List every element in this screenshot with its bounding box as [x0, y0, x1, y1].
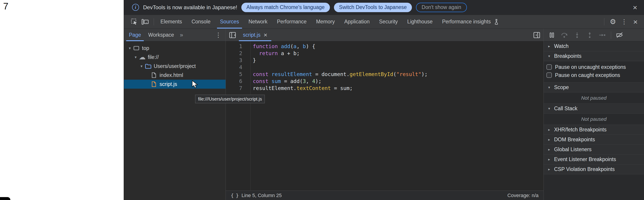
code-token: ,: [296, 43, 303, 49]
code-token: "result": [396, 71, 421, 77]
dont-show-again-button[interactable]: Don't show again: [416, 3, 467, 12]
expand-arrow-icon[interactable]: ▾: [127, 46, 132, 51]
tab-close-icon[interactable]: ×: [264, 32, 267, 38]
navigator-tabs: PageWorkspace: [124, 29, 178, 41]
section-header-dom-breakpoints[interactable]: ▸DOM Breakpoints: [544, 135, 644, 145]
checkbox-row: Pause on caught exceptions: [546, 71, 644, 79]
section-message: Not paused: [544, 92, 644, 104]
code-token: sum: [272, 78, 281, 84]
checkbox-unchecked[interactable]: [546, 72, 552, 78]
tab-application[interactable]: Application: [340, 15, 374, 28]
tab-label: Lighthouse: [407, 19, 433, 25]
tree-item-script.js[interactable]: script.js: [124, 80, 226, 89]
tree-item-label: script.js: [160, 81, 177, 87]
device-toolbar-icon[interactable]: [140, 17, 150, 26]
expand-arrow-icon[interactable]: ▾: [139, 64, 144, 69]
section-header-global-listeners[interactable]: ▸Global Listeners: [544, 145, 644, 155]
code-line: return a + b;: [253, 50, 544, 57]
section-header-watch[interactable]: ▸Watch: [544, 41, 644, 51]
line-number: 5: [226, 71, 242, 78]
coverage-label: Coverage: n/a: [508, 193, 538, 199]
code-token: ,: [306, 78, 312, 84]
code-token: [278, 43, 281, 49]
section-label: CSP Violation Breakpoints: [554, 166, 615, 172]
code-lines: function add(a, b) { return a + b;} cons…: [250, 41, 544, 191]
step-out-icon[interactable]: [584, 30, 596, 40]
section-arrow-icon: ▾: [547, 85, 552, 90]
pause-script-icon[interactable]: [546, 30, 558, 40]
step-into-icon[interactable]: [571, 30, 583, 40]
tab-label: Console: [192, 19, 210, 25]
code-token: = sum;: [331, 85, 353, 91]
navigator-tab-workspace[interactable]: Workspace: [145, 29, 178, 41]
section-header-scope[interactable]: ▾Scope: [544, 83, 644, 92]
tab-lighthouse[interactable]: Lighthouse: [402, 15, 437, 28]
cursor-position-label: Line 5, Column 25: [242, 193, 282, 199]
debugger-sections: ▸Watch▾BreakpointsPause on uncaught exce…: [544, 41, 644, 200]
tab-network[interactable]: Network: [244, 15, 272, 28]
more-tabs-icon[interactable]: »: [178, 29, 185, 41]
match-language-button[interactable]: Always match Chrome's language: [241, 3, 330, 12]
tree-item-users-user-project[interactable]: ▾Users/user/project: [124, 62, 226, 71]
inspect-element-icon[interactable]: [130, 17, 139, 26]
code-editor[interactable]: 1234567 function add(a, b) { return a + …: [226, 41, 544, 191]
line-number: 3: [226, 57, 242, 64]
tab-security[interactable]: Security: [374, 15, 402, 28]
section-label: Call Stack: [554, 106, 578, 112]
navigator-tab-page[interactable]: Page: [125, 29, 145, 41]
code-token: [268, 71, 272, 77]
devtools-close-icon[interactable]: ×: [631, 17, 640, 26]
section-header-breakpoints[interactable]: ▾Breakpoints: [544, 51, 644, 61]
section-header-xhr-fetch-breakpoints[interactable]: ▸XHR/fetch Breakpoints: [544, 125, 644, 135]
tree-item-top[interactable]: ▾top: [124, 44, 226, 53]
bottom-left-window-corner: [0, 197, 10, 200]
checkbox-unchecked[interactable]: [546, 64, 552, 70]
language-infobar: i DevTools is now available in Japanese!…: [124, 0, 644, 15]
tab-elements[interactable]: Elements: [156, 15, 187, 28]
tab-console[interactable]: Console: [187, 15, 215, 28]
tab-label: Application: [344, 19, 370, 25]
breakpoints-options: Pause on uncaught exceptionsPause on cau…: [544, 61, 644, 83]
flask-icon: [494, 19, 499, 25]
line-number: 6: [226, 78, 242, 85]
tab-sources[interactable]: Sources: [215, 15, 244, 28]
section-header-event-listener-breakpoints[interactable]: ▸Event Listener Breakpoints: [544, 155, 644, 165]
line-number: 1: [226, 43, 242, 50]
tree-item-label: top: [142, 45, 149, 51]
line-number: 2: [226, 50, 242, 57]
file-gray-icon: [150, 72, 158, 78]
pretty-print-icon[interactable]: { }: [231, 193, 238, 198]
section-header-call-stack[interactable]: ▾Call Stack: [544, 104, 644, 114]
hide-debugger-icon[interactable]: [533, 29, 540, 41]
info-icon: i: [132, 4, 139, 11]
kebab-menu-icon[interactable]: ⋮: [620, 17, 629, 26]
code-line: [253, 64, 544, 71]
infobar-close-icon[interactable]: ×: [632, 3, 638, 11]
step-icon[interactable]: [596, 30, 608, 40]
tab-label: Performance: [277, 19, 307, 25]
code-line: const resultElement = document.getElemen…: [253, 71, 544, 78]
expand-arrow-icon[interactable]: ▾: [133, 55, 138, 60]
editor-tab-scriptjs[interactable]: script.js ×: [239, 29, 271, 41]
editor-pane: script.js × 1234567 function add(a: [226, 29, 544, 200]
navigator-kebab-icon[interactable]: ⋮: [211, 29, 226, 41]
section-header-csp-violation-breakpoints[interactable]: ▸CSP Violation Breakpoints: [544, 165, 644, 174]
tab-performance-insights[interactable]: Performance insights: [437, 15, 504, 28]
step-over-icon[interactable]: [558, 30, 570, 40]
section-label: Event Listener Breakpoints: [554, 156, 616, 163]
tab-memory[interactable]: Memory: [312, 15, 340, 28]
code-token: a + b;: [278, 50, 300, 56]
deactivate-breakpoints-icon[interactable]: [614, 30, 626, 40]
tree-item-file-[interactable]: ▾☁file://: [124, 53, 226, 62]
tree-item-index.html[interactable]: index.html: [124, 71, 226, 80]
code-token: add: [281, 43, 290, 49]
settings-gear-icon[interactable]: ⚙: [608, 17, 618, 26]
tab-performance[interactable]: Performance: [272, 15, 312, 28]
code-token: 3: [303, 78, 306, 84]
code-token: 4: [312, 78, 315, 84]
code-token: = document.: [312, 71, 350, 77]
hide-navigator-icon[interactable]: [229, 29, 236, 41]
code-line: function add(a, b) {: [253, 43, 544, 50]
tree-item-label: index.html: [160, 72, 183, 78]
switch-japanese-button[interactable]: Switch DevTools to Japanese: [334, 3, 412, 12]
